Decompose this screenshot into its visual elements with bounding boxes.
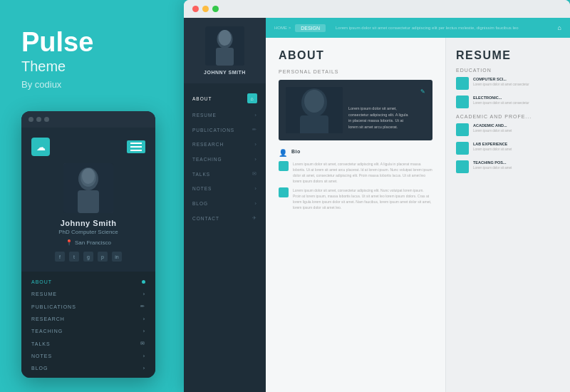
chrome-dot-red [192, 6, 199, 12]
pinterest-icon[interactable]: p [98, 252, 108, 262]
resume-education-label: EDUCATION [456, 68, 560, 73]
mobile-nav-research[interactable]: RESEARCH › [21, 313, 155, 325]
mobile-profile-section: ☁ Johnny Smith PhD Computer Scienc [21, 128, 155, 272]
desktop-nav: ABOUT ⌂ RESUME › PUBLICATIONS ✏ RESEARCH… [184, 83, 266, 392]
nav-arrow: › [143, 316, 145, 321]
nav-arrow: › [143, 292, 145, 296]
desktop-nav-talks[interactable]: TALKS ✉ [184, 167, 266, 181]
home-nav-icon[interactable]: ⌂ [558, 24, 561, 31]
edit-profile-icon[interactable]: ✎ [420, 88, 425, 95]
mobile-nav-contact[interactable]: CONTACT ✈ [21, 374, 155, 378]
mobile-profile-name: Johnny Smith [61, 219, 117, 227]
resume-icon-2 [456, 96, 469, 108]
desktop-personal-details: PERSONAL DETAILS [279, 69, 432, 74]
cloud-icon: ☁ [31, 138, 50, 156]
linkedin-icon[interactable]: in [112, 252, 122, 262]
nav-arrow: › [254, 200, 257, 207]
mobile-dot-group [28, 117, 49, 122]
desktop-main: HOME > DESIGN Lorem ipsum dolor sit amet… [266, 18, 570, 392]
brand-by: By codiux [21, 79, 155, 90]
resume-item-content-1: COMPUTER SCI... Lorem ipsum dolor sit am… [473, 77, 560, 90]
resume-icon-3 [456, 123, 469, 136]
resume-item-title-5: TEACHING POS... [473, 160, 560, 165]
google-plus-icon[interactable]: g [83, 252, 93, 262]
mobile-nav-blog[interactable]: BLOG › [21, 362, 155, 374]
hamburger-button[interactable] [127, 140, 145, 153]
nav-arrow: › [254, 141, 257, 148]
resume-item-title-2: ELECTRONIC... [473, 96, 560, 100]
desktop-page-content: ABOUT PERSONAL DETAILS [266, 38, 570, 392]
desktop-nav-notes[interactable]: NOTES › [184, 181, 266, 196]
desktop-profile-name: JOHNNY SMITH [204, 70, 246, 75]
desktop-bio-section: 👤 Bio Lorem ipsum dolor sit amet, consec… [279, 149, 432, 210]
mobile-location: 📍 San Francisco [66, 239, 111, 246]
resume-item-content-5: TEACHING POS... Lorem ipsum dolor sit am… [473, 160, 560, 173]
mobile-dot-1 [28, 117, 33, 122]
mobile-nav-talks[interactable]: TALKS ✉ [21, 337, 155, 350]
mobile-nav-notes[interactable]: NOTES › [21, 350, 155, 362]
resume-item-title-1: COMPUTER SCI... [473, 77, 560, 81]
mobile-nav-resume[interactable]: RESUME › [21, 288, 155, 300]
desktop-nav-publications[interactable]: PUBLICATIONS ✏ [184, 123, 266, 137]
nav-arrow: › [143, 366, 145, 371]
home-icon: ⌂ [247, 93, 257, 103]
resume-item-text-5: Lorem ipsum dolor sit amet [473, 166, 560, 171]
mobile-dot-2 [36, 117, 41, 122]
resume-item-text-2: Lorem ipsum dolor sit amet consectetur [473, 101, 560, 106]
breadcrumb: HOME > DESIGN Lorem ipsum dolor sit amet… [274, 24, 518, 32]
desktop-resume-section: RESUME EDUCATION COMPUTER SCI... Lorem i… [445, 38, 570, 392]
nav-arrow: › [254, 112, 257, 118]
resume-academic-label: ACADEMIC AND PROFE... [456, 114, 560, 119]
desktop-sidebar-profile: JOHNNY SMITH [184, 18, 266, 83]
mobile-mockup: ☁ Johnny Smith PhD Computer Scienc [21, 111, 155, 378]
breadcrumb-active: DESIGN [295, 24, 326, 32]
mobile-nav-about[interactable]: ABOUT [21, 276, 155, 288]
desktop-nav-about[interactable]: ABOUT ⌂ [184, 89, 266, 108]
chrome-dot-green [212, 6, 219, 12]
person-icon: 👤 [279, 149, 287, 157]
desktop-about-section: ABOUT PERSONAL DETAILS [266, 38, 445, 392]
desktop-bio-text-2: Lorem ipsum dolor sit amet, consectetur … [293, 187, 432, 210]
resume-item-title-4: LAB EXPERIENCE [473, 142, 560, 146]
desktop-nav-teaching[interactable]: TEACHING › [184, 152, 266, 167]
active-indicator [142, 280, 145, 284]
svg-point-4 [82, 168, 95, 184]
desktop-bio-row-2: Lorem ipsum dolor sit amet, consectetur … [279, 187, 432, 210]
resume-item-text-3: Lorem ipsum dolor sit amet [473, 129, 560, 134]
mobile-dot-3 [44, 117, 49, 122]
resume-item-4: LAB EXPERIENCE Lorem ipsum dolor sit ame… [456, 142, 560, 155]
mobile-nav-teaching[interactable]: TEACHING › [21, 325, 155, 337]
desktop-chrome-bar [184, 0, 570, 18]
mobile-nav-publications[interactable]: PUBLICATIONS ✏ [21, 300, 155, 313]
chrome-dot-yellow [202, 6, 209, 12]
brand-subtitle: Theme [21, 58, 155, 75]
desktop-nav-blog[interactable]: BLOG › [184, 196, 266, 211]
resume-title: RESUME [456, 49, 560, 62]
mobile-avatar [63, 163, 113, 213]
desktop-nav-research[interactable]: RESEARCH › [184, 137, 266, 152]
desktop-nav-resume[interactable]: RESUME › [184, 108, 266, 123]
resume-item-text-4: Lorem ipsum dolor sit amet [473, 148, 560, 153]
resume-item-content-4: LAB EXPERIENCE Lorem ipsum dolor sit ame… [473, 142, 560, 155]
twitter-icon[interactable]: t [69, 252, 79, 262]
resume-item-content-2: ELECTRONIC... Lorem ipsum dolor sit amet… [473, 96, 560, 108]
desktop-content: JOHNNY SMITH ABOUT ⌂ RESUME › PUBLICATIO… [184, 18, 570, 392]
mobile-top-bar [21, 111, 155, 128]
desktop-sidebar: JOHNNY SMITH ABOUT ⌂ RESUME › PUBLICATIO… [184, 18, 266, 392]
desktop-profile-card-text: Lorem ipsum dolor sit amet, consectetur … [348, 105, 408, 130]
desktop-profile-card: Lorem ipsum dolor sit amet, consectetur … [279, 80, 432, 140]
resume-item-5: TEACHING POS... Lorem ipsum dolor sit am… [456, 160, 560, 173]
mail-icon: ✉ [252, 171, 257, 177]
nav-arrow: ✏ [140, 304, 145, 309]
resume-item-text-1: Lorem ipsum dolor sit amet consectetur [473, 83, 560, 88]
facebook-icon[interactable]: f [55, 252, 65, 262]
svg-rect-2 [78, 190, 99, 213]
desktop-mockup: JOHNNY SMITH ABOUT ⌂ RESUME › PUBLICATIO… [184, 0, 570, 392]
resume-icon-5 [456, 160, 469, 173]
mobile-profile-title: PhD Computer Science [58, 229, 118, 235]
desktop-bio-title: Bio [291, 149, 301, 154]
nav-arrow: › [254, 185, 257, 192]
left-panel: Pulse Theme By codiux ☁ [0, 0, 177, 392]
resume-icon-4 [456, 142, 469, 155]
desktop-nav-contact[interactable]: CONTACT ✈ [184, 211, 266, 225]
